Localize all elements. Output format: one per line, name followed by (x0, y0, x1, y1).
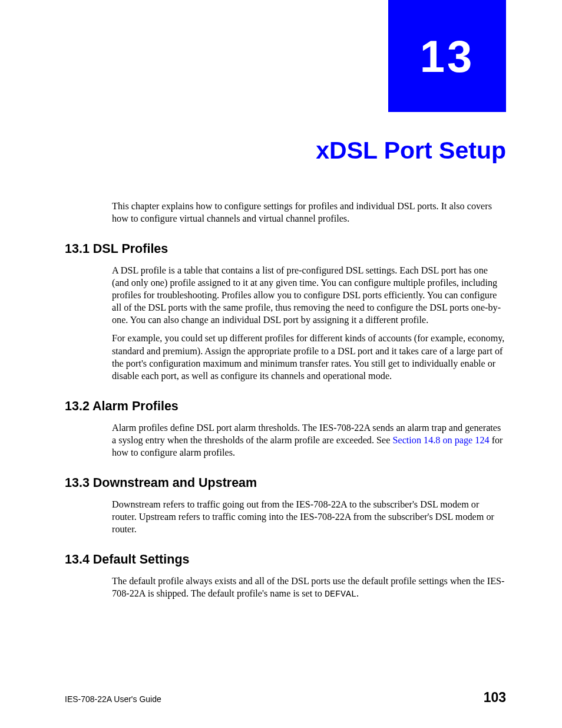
section-13-4-p1: The default profile always exists and al… (112, 575, 506, 601)
text-span: The default profile always exists and al… (112, 576, 505, 599)
section-heading-13-2: 13.2 Alarm Profiles (65, 399, 506, 414)
chapter-number: 13 (420, 31, 475, 82)
page-content: This chapter explains how to configure s… (65, 200, 506, 607)
section-13-1-p2: For example, you could set up different … (112, 332, 506, 382)
chapter-intro: This chapter explains how to configure s… (112, 200, 506, 225)
page-footer: IES-708-22A User's Guide 103 (65, 690, 506, 706)
section-13-3-p1: Downstream refers to traffic going out f… (112, 499, 506, 536)
footer-page-number: 103 (484, 690, 506, 706)
section-heading-13-3: 13.3 Downstream and Upstream (65, 476, 506, 490)
cross-reference-link[interactable]: Section 14.8 on page 124 (392, 435, 489, 446)
footer-guide-name: IES-708-22A User's Guide (65, 694, 161, 704)
chapter-title: xDSL Port Setup (316, 137, 506, 164)
text-span: . (356, 588, 359, 599)
section-heading-13-4: 13.4 Default Settings (65, 552, 506, 567)
code-text: DEFVAL (325, 589, 356, 599)
section-13-1-p1: A DSL profile is a table that contains a… (112, 265, 506, 327)
section-heading-13-1: 13.1 DSL Profiles (65, 242, 506, 256)
chapter-number-box: 13 (388, 0, 506, 112)
section-13-2-p1: Alarm profiles define DSL port alarm thr… (112, 422, 506, 459)
